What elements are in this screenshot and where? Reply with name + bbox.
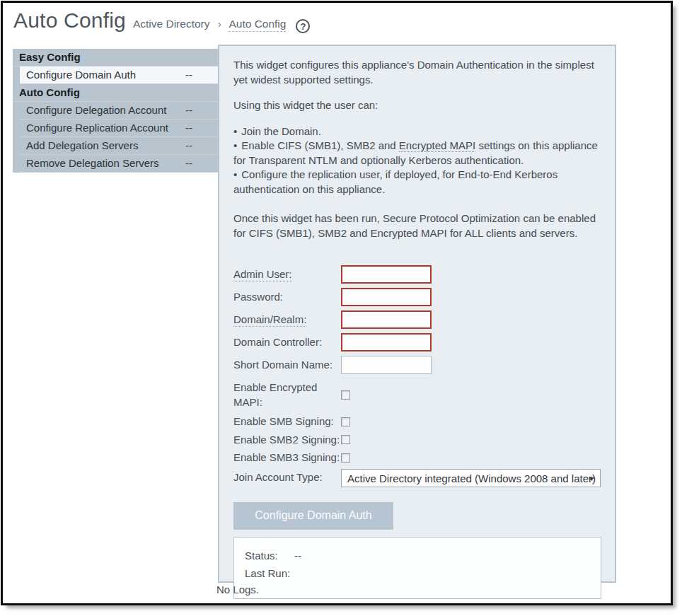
form-row-enable-smb3-signing: Enable SMB3 Signing: [233,451,601,465]
short-domain-name-label: Short Domain Name: [233,358,341,373]
bullet-replication-user: •Configure the replication user, if depl… [233,168,601,197]
form-row-short-domain-name: Short Domain Name: [233,356,601,374]
form-row-join-account-type: Join Account Type: Active Directory inte… [233,469,601,487]
domain-realm-field[interactable] [341,310,432,329]
last-run-row: Last Run: [245,564,590,582]
admin-user-field[interactable] [341,265,432,284]
bullet-icon: • [233,125,237,137]
enable-smb3-signing-label: Enable SMB3 Signing: [233,451,341,465]
sidebar-item-status: -- [185,104,212,116]
enable-encrypted-mapi-label: Enable Encrypted MAPI: [233,380,341,409]
widget-sidebar: Easy Config Configure Domain Auth -- Aut… [13,49,218,173]
optimization-note: Once this widget has been run, Secure Pr… [233,211,601,240]
sidebar-item-label: Add Delegation Servers [26,139,138,151]
sidebar-item-add-delegation-servers[interactable]: Add Delegation Servers -- [20,137,218,155]
enable-smb2-signing-checkbox[interactable] [341,435,350,444]
sidebar-item-status: -- [185,157,212,169]
form-row-domain-realm: Domain/Realm: [233,310,601,329]
bullet-text: Configure the replication user, if deplo… [233,168,557,195]
chevron-down-icon [589,477,594,481]
logs-empty-text: No Logs. [216,583,259,595]
breadcrumb-parent[interactable]: Active Directory [133,18,210,30]
bullet-text: Enable CIFS (SMB1), SMB2 and [241,139,399,151]
breadcrumb-current[interactable]: Auto Config [229,18,286,32]
domain-auth-form: Admin User: Password: Domain/Realm: Doma… [233,265,601,487]
breadcrumb: Active Directory › Auto Config [133,18,286,30]
password-field[interactable] [341,288,432,306]
capability-list: •Join the Domain. •Enable CIFS (SMB1), S… [233,124,601,197]
form-row-admin-user: Admin User: [233,265,601,284]
form-row-enable-smb-signing: Enable SMB Signing: [233,414,601,429]
enable-smb2-signing-label: Enable SMB2 Signing: [233,433,341,448]
sidebar-item-remove-delegation-servers[interactable]: Remove Delegation Servers -- [20,155,218,173]
sidebar-item-status: -- [185,122,212,134]
domain-realm-label: Domain/Realm: [233,313,341,327]
bullet-enable-protocols: •Enable CIFS (SMB1), SMB2 and Encrypted … [233,139,601,168]
domain-controller-field[interactable] [341,333,432,351]
join-account-type-selected-value: Active Directory integrated (Windows 200… [347,472,596,484]
password-label: Password: [233,290,341,305]
usage-heading: Using this widget the user can: [233,98,601,113]
enable-smb3-signing-checkbox[interactable] [341,453,350,463]
form-row-enable-smb2-signing: Enable SMB2 Signing: [233,433,601,448]
bullet-icon: • [233,168,237,180]
breadcrumb-separator: › [218,18,221,30]
enable-encrypted-mapi-checkbox[interactable] [341,390,350,400]
status-value: -- [294,547,301,564]
sidebar-section-auto-config: Auto Config [13,84,218,102]
sidebar-item-configure-domain-auth[interactable]: Configure Domain Auth -- [20,66,218,84]
sidebar-section-easy-config: Easy Config [13,49,218,66]
sidebar-item-label: Remove Delegation Servers [26,157,159,169]
enable-smb-signing-label: Enable SMB Signing: [233,414,341,429]
admin-user-label: Admin User: [233,267,341,282]
form-row-domain-controller: Domain Controller: [233,333,601,351]
status-row: Status: -- [245,547,590,564]
last-run-label: Last Run: [245,564,294,582]
form-row-password: Password: [233,288,601,306]
sidebar-item-status: -- [185,69,212,81]
page-title: Auto Config [13,8,126,33]
status-panel: Status: -- Last Run: [233,537,601,599]
join-account-type-select[interactable]: Active Directory integrated (Windows 200… [341,469,601,487]
bullet-icon: • [233,139,237,151]
sidebar-item-label: Configure Delegation Account [26,104,166,116]
sidebar-item-configure-delegation-account[interactable]: Configure Delegation Account -- [20,102,218,120]
help-icon[interactable]: ? [296,19,310,33]
widget-intro-text: This widget configures this appliance's … [233,58,601,87]
enable-smb-signing-checkbox[interactable] [341,417,350,426]
join-account-type-label: Join Account Type: [233,470,341,485]
configure-domain-auth-button[interactable]: Configure Domain Auth [233,502,393,530]
bullet-join-domain: •Join the Domain. [233,124,601,139]
domain-controller-label: Domain Controller: [233,335,341,350]
bullet-text: Join the Domain. [241,125,321,137]
page-header: Auto Config Active Directory › Auto Conf… [13,8,310,33]
sidebar-item-status: -- [185,139,212,151]
short-domain-name-field[interactable] [341,356,432,374]
app-window: Auto Config Active Directory › Auto Conf… [1,1,673,605]
sidebar-item-configure-replication-account[interactable]: Configure Replication Account -- [20,120,218,137]
sidebar-item-label: Configure Replication Account [26,122,168,134]
encrypted-mapi-tooltip-link[interactable]: Encrypted MAPI [399,139,475,152]
sidebar-item-label: Configure Domain Auth [26,69,136,81]
widget-panel: This widget configures this appliance's … [218,45,616,583]
form-row-enable-encrypted-mapi: Enable Encrypted MAPI: [233,378,601,411]
status-label: Status: [245,547,294,564]
